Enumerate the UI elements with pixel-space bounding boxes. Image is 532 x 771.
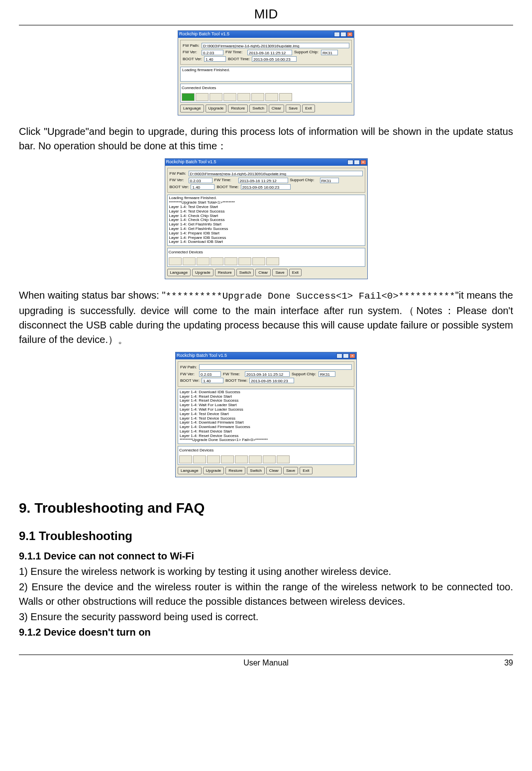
maximize-icon[interactable]: □ [354,160,360,165]
screenshot-2-container: Rockchip Batch Tool v1.5 _ □ × FW Path: … [19,158,513,280]
window-title: Rockchip Batch Tool v1.5 [177,352,227,359]
fw-path-label: FW Path: [170,171,187,177]
firmware-info-panel: FW Path: D:\9003\Firmware(new-1d-right)-… [167,168,365,193]
device-slot-2 [193,455,206,463]
device-slot-5 [224,257,237,265]
device-slot-3 [197,257,210,265]
window-title: Rockchip Batch Tool v1.5 [166,159,216,165]
device-slot-3 [207,455,220,463]
device-slot-7 [265,93,278,101]
section-9-1-2-title: 9.1.2 Device doesn't turn on [19,627,151,638]
boot-ver-label: BOOT Ver: [170,184,189,190]
fw-time-label: FW Time: [223,371,243,377]
page-footer: User Manual 39 [19,655,513,668]
fw-time-value: 2013-09-16 11:25:12 [247,50,292,55]
button-row: Language Upgrade Restore Switch Clear Sa… [167,269,365,277]
save-button[interactable]: Save [283,467,298,475]
device-slot-4 [221,455,234,463]
fw-path-label: FW Path: [183,43,200,49]
device-slot-6 [251,93,264,101]
window-title: Rockchip Batch Tool v1.5 [179,31,229,37]
fw-path-label: FW Path: [180,364,197,370]
boot-ver-value: 1.40 [204,56,226,62]
language-button[interactable]: Language [178,467,202,475]
fw-time-value: 2013-09-16 11:25:12 [238,178,288,183]
button-row: Language Upgrade Restore Switch Clear Sa… [180,105,352,112]
device-slot-1 [179,455,192,463]
device-slot-2 [196,93,209,101]
footer-center: User Manual [39,657,493,668]
restore-button[interactable]: Restore [225,467,245,475]
fw-ver-label: FW Ver: [183,49,200,55]
device-slot-8 [277,455,290,463]
fw-path-input[interactable] [199,364,352,370]
status-area: Layer 1-4: Download IDB SuccessLayer 1-4… [178,389,354,444]
upgrade-button[interactable]: Upgrade [203,467,224,475]
switch-button[interactable]: Switch [247,467,265,475]
switch-button[interactable]: Switch [249,105,267,112]
save-button[interactable]: Save [286,105,301,112]
para2-pre: When waiting status bar shows: " [19,290,166,301]
close-icon[interactable]: × [347,32,353,37]
boot-time-label: BOOT Time: [228,56,250,62]
clear-button[interactable]: Clear [266,467,282,475]
minimize-icon[interactable]: _ [334,32,340,37]
device-grid: Connected Devices [180,84,352,103]
save-button[interactable]: Save [272,269,287,277]
maximize-icon[interactable]: □ [343,353,349,358]
paragraph-1: Click "Upgrade"and begin to upgrade, dur… [19,124,513,153]
language-button[interactable]: Language [167,269,191,277]
maximize-icon[interactable]: □ [340,32,346,37]
connected-devices-label: Connected Devices [179,447,353,453]
restore-button[interactable]: Restore [228,105,248,112]
titlebar: Rockchip Batch Tool v1.5 _ □ × [165,159,367,166]
support-chip-value: RK31 [320,178,339,183]
device-slot-5 [237,93,250,101]
device-slot-8 [279,93,292,101]
connected-devices-label: Connected Devices [182,85,350,91]
minimize-icon[interactable]: _ [336,353,342,358]
status-line: Loading firmware Finished. [182,68,350,73]
section-9-1-heading: 9.1 Troubleshooting [19,528,513,545]
support-chip-value: RK31 [319,371,335,377]
boot-time-value: 2013-09-05 16:00:23 [241,184,291,190]
fw-path-input[interactable]: D:\9003\Firmware(new-1d-right)-20130916\… [202,43,349,48]
bullet-3: 3) Ensure the security password being us… [19,610,513,624]
switch-button[interactable]: Switch [236,269,254,277]
upgrade-button[interactable]: Upgrade [206,105,227,112]
device-slot-6 [249,455,262,463]
connected-devices-label: Connected Devices [169,249,364,255]
exit-button[interactable]: Exit [289,269,302,277]
device-slot-1 [169,257,182,265]
fw-ver-value: 0.2.03 [189,178,213,183]
screenshot-3-container: Rockchip Batch Tool v1.5 _ □ × FW Path: … [19,352,513,478]
bullet-1: 1) Ensure the wireless network is workin… [19,564,513,579]
support-chip-label: Support Chip: [294,49,319,55]
status-area: Loading firmware Finished. [180,67,352,82]
titlebar: Rockchip Batch Tool v1.5 _ □ × [178,31,354,38]
exit-button[interactable]: Exit [302,105,315,112]
clear-button[interactable]: Clear [269,105,284,112]
boot-time-value: 2013-09-05 16:00:23 [252,56,297,62]
fw-time-label: FW Time: [225,49,245,55]
fw-ver-label: FW Ver: [170,177,187,183]
close-icon[interactable]: × [360,160,366,165]
device-slot-3 [210,93,222,101]
close-icon[interactable]: × [349,353,355,358]
inline-status-text: **********Upgrade Done Success<1> Fail<0… [166,291,455,302]
language-button[interactable]: Language [180,105,204,112]
device-grid: Connected Devices [167,248,365,267]
clear-button[interactable]: Clear [255,269,271,277]
fw-time-value: 2013-09-16 11:25:12 [245,371,290,377]
support-chip-label: Support Chip: [292,371,317,377]
upgrade-button[interactable]: Upgrade [192,269,213,277]
screenshot-1-container: Rockchip Batch Tool v1.5 _ □ × FW Path: … [19,30,513,115]
exit-button[interactable]: Exit [300,467,312,475]
fw-path-input[interactable]: D:\9003\Firmware(new-1d-right)-20130916\… [189,171,363,176]
fw-ver-value: 0.2.03 [199,371,221,377]
minimize-icon[interactable]: _ [347,160,353,165]
boot-ver-label: BOOT Ver: [180,378,200,384]
device-slot-5 [235,455,248,463]
restore-button[interactable]: Restore [215,269,235,277]
device-grid: Connected Devices [178,446,354,465]
